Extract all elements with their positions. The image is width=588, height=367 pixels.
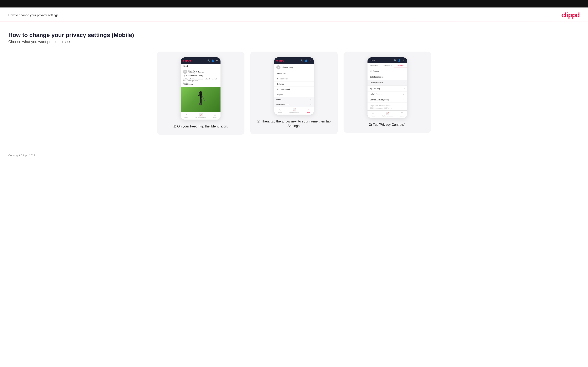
settings-item-account-label: My Account <box>370 70 379 72</box>
nav3-home-label: Home <box>371 115 375 117</box>
settings-item-golfbag[interactable]: My Golf Bag › <box>367 86 407 92</box>
svg-rect-6 <box>201 103 202 105</box>
nav-home: ⌂ Home <box>184 113 189 118</box>
phone-3-bottomnav: ⌂ Home 📈 My Performance ☰ Menu <box>367 110 407 118</box>
section-home-label: Home <box>276 99 281 101</box>
nav3-performance-label: My Performance <box>382 115 393 117</box>
chevron-golfbag-icon: › <box>404 87 405 90</box>
duration-value: 01 hr : 30 min <box>183 84 218 86</box>
step-3-caption: 3) Tap 'Privacy Controls'. <box>369 123 406 127</box>
nav-performance: 📈 My Performance <box>196 113 206 118</box>
back-button[interactable]: ‹ Back <box>370 59 375 61</box>
section-home[interactable]: Home ∨ <box>274 97 314 102</box>
performance-icon-2: 📈 <box>293 108 296 111</box>
user-icon: 👤 <box>211 59 214 62</box>
menu-item-profile-label: My Profile <box>277 73 285 75</box>
home-icon: ⌂ <box>186 113 187 117</box>
post-name: Blair McHarg <box>189 70 204 72</box>
user-icon-2: 👤 <box>305 59 308 62</box>
dropdown-header: B Blair McHarg ∧ <box>274 64 314 71</box>
lesson-icon: 🏌 <box>183 75 186 77</box>
settings-topbar: ‹ Back 🔍 👤 ⚙ <box>367 57 407 63</box>
golfer-illustration <box>194 90 207 109</box>
nav2-menu[interactable]: ✕ Menu <box>306 108 310 113</box>
nav2-home: ⌂ Home <box>278 108 282 113</box>
settings-item-privacy[interactable]: Privacy Controls › <box>367 80 407 86</box>
ext-help-icon: ↗ <box>403 93 405 95</box>
home-icon-2: ⌂ <box>279 108 280 111</box>
phone-2-topbar: clippd 🔍 👤 ⚙ <box>274 57 314 64</box>
menu-item-help[interactable]: Help & Support ↗ <box>274 87 314 92</box>
nav-menu[interactable]: ☰ Menu <box>213 113 217 118</box>
tab-my-profile[interactable]: My Profile <box>367 63 380 68</box>
performance-icon-3: 📈 <box>386 112 389 115</box>
settings-icon-2: ⚙ <box>309 59 312 62</box>
phone-2-logo: clippd <box>276 59 284 62</box>
svg-line-7 <box>202 96 205 102</box>
ext-policy-icon: ↗ <box>403 99 405 101</box>
nav2-home-label: Home <box>278 112 282 113</box>
menu-item-profile[interactable]: My Profile <box>274 71 314 76</box>
svg-point-0 <box>199 91 202 94</box>
nav2-performance-label: My Performance <box>289 112 299 113</box>
chevron-privacy-icon: › <box>404 82 405 84</box>
menu-item-logout-label: Logout <box>277 93 283 95</box>
step-1-card: clippd 🔍 👤 ⚙ Feed B Blair McHarg <box>157 51 244 135</box>
header-divider <box>0 21 588 21</box>
nav2-performance: 📈 My Performance <box>289 108 299 113</box>
avatar: B <box>183 70 187 74</box>
phone-1-icons: 🔍 👤 ⚙ <box>207 59 218 62</box>
settings-item-policy[interactable]: Service & Privacy Policy ↗ <box>367 97 407 103</box>
tab-settings[interactable]: Settings <box>394 63 407 68</box>
post-meta: Yesterday · Sunningdale <box>189 72 204 73</box>
settings-item-data-label: Data Integrations <box>370 76 383 78</box>
tab-connections[interactable]: Connections <box>380 63 394 68</box>
settings-list: My Account › Data Integrations › Privacy… <box>367 68 407 103</box>
section-performance[interactable]: My Performance ∨ <box>274 102 314 107</box>
performance-icon: 📈 <box>199 113 203 117</box>
settings-icon-3: ⚙ <box>402 59 405 62</box>
nav3-menu[interactable]: ☰ Menu <box>400 112 404 117</box>
settings-icon: ⚙ <box>216 59 218 62</box>
search-icon-3: 🔍 <box>394 59 397 62</box>
chevron-account-icon: › <box>404 70 405 72</box>
close-icon: ✕ <box>307 108 310 111</box>
breadcrumb: How to change your privacy settings <box>8 13 59 17</box>
menu-item-logout[interactable]: Logout <box>274 92 314 97</box>
home-icon-3: ⌂ <box>372 112 374 115</box>
page-subheading: Choose what you want people to see <box>8 40 580 44</box>
steps-row: clippd 🔍 👤 ⚙ Feed B Blair McHarg <box>8 51 580 135</box>
settings-item-help-label: Help & Support <box>370 93 382 95</box>
back-label: Back <box>371 59 375 61</box>
phone-1-bottomnav: ⌂ Home 📈 My Performance ☰ Menu <box>181 112 221 120</box>
menu-icon-3: ☰ <box>400 112 403 115</box>
menu-item-connections[interactable]: Connections <box>274 76 314 82</box>
step-2-phone: clippd 🔍 👤 ⚙ B Blair McHarg <box>274 57 314 115</box>
search-icon: 🔍 <box>207 59 210 62</box>
version-client: Clippd Client Version: 2022.8.3-3 <box>370 105 405 107</box>
step-1-caption: 1) On your Feed, tap the 'Menu' icon. <box>173 124 228 129</box>
phone-2-bottomnav: ⌂ Home 📈 My Performance ✕ Menu <box>274 107 314 115</box>
external-link-icon: ↗ <box>309 88 311 90</box>
step-1-phone: clippd 🔍 👤 ⚙ Feed B Blair McHarg <box>181 57 221 120</box>
phone-2-icons: 🔍 👤 ⚙ <box>301 59 312 62</box>
menu-item-settings[interactable]: Settings <box>274 82 314 87</box>
settings-item-policy-label: Service & Privacy Policy <box>370 99 389 101</box>
phone-1-topbar: clippd 🔍 👤 ⚙ <box>181 57 221 64</box>
svg-rect-4 <box>201 99 202 103</box>
menu-item-help-label: Help & Support <box>277 88 290 90</box>
settings-item-help[interactable]: Help & Support ↗ <box>367 92 407 97</box>
step-3-phone: ‹ Back 🔍 👤 ⚙ My Profile Connections Sett… <box>367 57 407 118</box>
settings-item-data[interactable]: Data Integrations › <box>367 74 407 80</box>
settings-tabs: My Profile Connections Settings <box>367 63 407 68</box>
settings-item-account[interactable]: My Account › <box>367 68 407 74</box>
section-performance-label: My Performance <box>276 104 290 106</box>
nav2-menu-label: Menu <box>306 112 310 113</box>
header: How to change your privacy settings clip… <box>0 8 588 21</box>
step-2-caption: 2) Then, tap the arrow next to your name… <box>257 119 331 128</box>
top-bar <box>0 0 588 8</box>
search-icon-2: 🔍 <box>301 59 303 62</box>
dropdown-avatar: B <box>276 65 280 69</box>
phone-3-icons: 🔍 👤 ⚙ <box>394 59 405 62</box>
page-heading: How to change your privacy settings (Mob… <box>8 32 580 38</box>
